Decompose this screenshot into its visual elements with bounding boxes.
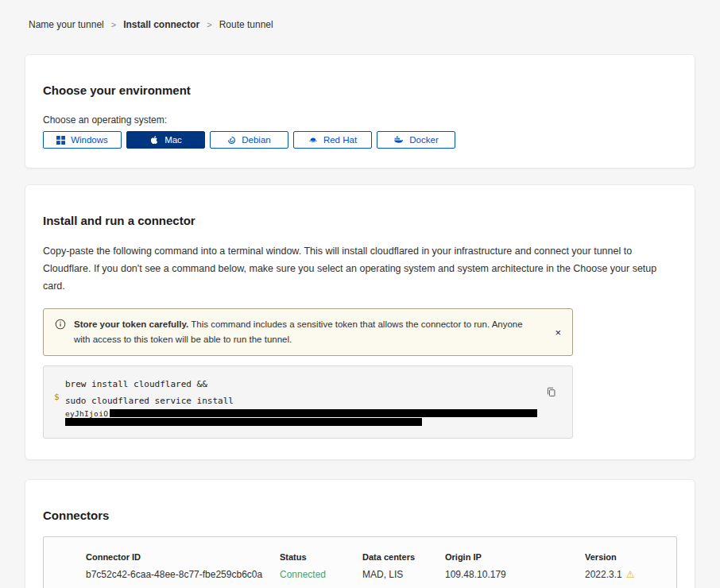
install-card-title: Install and run a connector (43, 214, 677, 227)
token-warning-text: Store your token carefully. This command… (74, 317, 540, 347)
os-button-redhat[interactable]: Red Hat (293, 131, 372, 149)
status-badge: Connected (280, 569, 362, 580)
os-button-label: Debian (242, 135, 270, 145)
apple-icon (149, 135, 159, 145)
token-warning-alert: Store your token carefully. This command… (43, 308, 573, 356)
cell-data-centers: MAD, LIS (362, 569, 445, 580)
os-button-label: Red Hat (323, 135, 357, 145)
token-warning-bold: Store your token carefully. (74, 319, 188, 329)
os-button-row: Windows Mac Debian Red Hat Docker (43, 131, 677, 149)
version-warning-icon: ⚠ (626, 570, 635, 579)
choose-environment-card: Choose your environment Choose an operat… (25, 54, 695, 168)
windows-icon (56, 136, 65, 145)
breadcrumb: Name your tunnel > Install connector > R… (0, 0, 720, 30)
token-line-2 (65, 418, 537, 427)
os-button-mac[interactable]: Mac (126, 131, 205, 149)
install-command-code-block: $ brew install cloudflared && sudo cloud… (43, 366, 573, 439)
os-select-label: Choose an operating system: (43, 114, 677, 126)
breadcrumb-step-route-tunnel[interactable]: Route tunnel (219, 19, 273, 30)
connectors-card: Connectors Connector ID Status Data cent… (25, 479, 695, 588)
close-icon[interactable]: × (555, 326, 561, 338)
cell-connector-id: b7c52c42-6caa-48ee-8c77-fbe259cb6c0a (86, 569, 280, 580)
shell-prompt: $ (54, 392, 60, 402)
connectors-table: Connector ID Status Data centers Origin … (43, 536, 677, 588)
info-circle-icon (55, 319, 66, 347)
copy-icon[interactable] (546, 387, 556, 400)
breadcrumb-separator: > (111, 20, 116, 29)
debian-icon (227, 136, 236, 145)
column-header-origin-ip: Origin IP (445, 552, 585, 562)
token-line-1: eyJhIjoiO (65, 409, 537, 418)
redacted-token-bar (110, 409, 537, 417)
connectors-card-title: Connectors (43, 509, 677, 522)
code-line-2: sudo cloudflared service install (65, 393, 537, 409)
breadcrumb-step-install-connector[interactable]: Install connector (123, 19, 199, 30)
column-header-version: Version (585, 552, 668, 562)
code-line-1: brew install cloudflared && (65, 376, 537, 393)
redacted-token-bar (65, 418, 422, 426)
version-text: 2022.3.1 (585, 569, 622, 580)
code-lines: brew install cloudflared && sudo cloudfl… (65, 376, 537, 427)
column-header-data-centers: Data centers (362, 552, 445, 562)
breadcrumb-separator: > (207, 20, 211, 29)
cell-version: 2022.3.1 ⚠ (585, 569, 668, 580)
install-connector-card: Install and run a connector Copy-paste t… (25, 184, 695, 460)
install-description: Copy-paste the following command into a … (43, 243, 676, 296)
os-button-label: Docker (409, 135, 438, 145)
os-button-docker[interactable]: Docker (377, 131, 455, 149)
column-header-connector-id: Connector ID (86, 552, 280, 562)
os-button-debian[interactable]: Debian (210, 131, 288, 149)
docker-icon (393, 135, 404, 145)
column-header-status: Status (280, 552, 362, 562)
cell-origin-ip: 109.48.10.179 (445, 569, 585, 580)
redhat-icon (308, 135, 318, 145)
token-prefix: eyJhIjoiO (65, 409, 108, 418)
os-button-label: Mac (165, 135, 182, 145)
environment-card-title: Choose your environment (43, 83, 677, 97)
breadcrumb-step-name-your-tunnel[interactable]: Name your tunnel (29, 19, 104, 30)
os-button-windows[interactable]: Windows (43, 131, 122, 149)
os-button-label: Windows (71, 135, 108, 145)
